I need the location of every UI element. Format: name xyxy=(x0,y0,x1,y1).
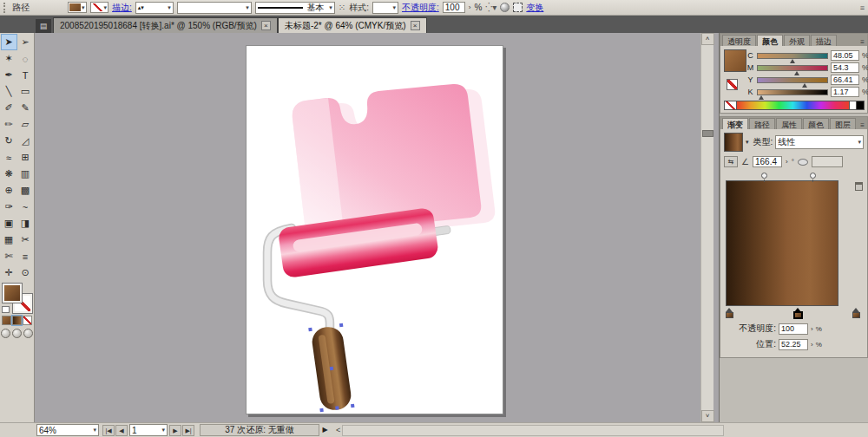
page-number-select[interactable]: 1▾ xyxy=(129,424,168,436)
fill-proxy-swatch[interactable] xyxy=(3,284,22,303)
tab-color-2[interactable]: 颜色 xyxy=(803,118,829,129)
close-icon[interactable]: × xyxy=(261,21,271,30)
chevron-down-icon[interactable]: ▾ xyxy=(746,139,749,146)
yellow-value-field[interactable]: 66.41 xyxy=(831,75,859,85)
status-play-icon[interactable]: ▶ xyxy=(319,425,331,436)
hscroll-left-icon[interactable]: < xyxy=(336,426,340,434)
last-page-button[interactable]: ▶| xyxy=(182,425,194,436)
lasso-tool-icon[interactable]: ◌ xyxy=(17,50,34,67)
yellow-slider[interactable] xyxy=(757,77,828,83)
rotate-tool-icon[interactable]: ↻ xyxy=(1,133,17,149)
screen-mode-normal-button[interactable] xyxy=(1,329,10,338)
tab-attributes[interactable]: 属性 xyxy=(776,118,802,129)
document-tab-2[interactable]: 未标题-2* @ 64% (CMYK/预览) × xyxy=(278,17,427,33)
scrollbar-thumb[interactable] xyxy=(702,130,713,137)
line-tool-icon[interactable]: ╲ xyxy=(1,83,17,100)
shape-mode-icon[interactable] xyxy=(500,3,510,12)
pencil-tool-icon[interactable]: ✎ xyxy=(17,100,34,116)
mesh-tool-icon[interactable]: ⊕ xyxy=(1,182,17,199)
tab-layers[interactable]: 图层 xyxy=(830,118,856,129)
gradient-preview-slider[interactable] xyxy=(726,180,838,306)
magic-wand-tool-icon[interactable]: ✶ xyxy=(1,50,17,67)
scale-tool-icon[interactable]: ◿ xyxy=(17,133,34,149)
color-stop-left[interactable] xyxy=(726,308,733,318)
none-color-swatch[interactable] xyxy=(724,101,737,110)
gradient-angle-field[interactable]: 166.4 xyxy=(753,156,782,167)
document-setup-icon[interactable] xyxy=(513,3,523,12)
none-mode-button[interactable] xyxy=(23,316,32,325)
live-paint-selection-tool-icon[interactable]: ◨ xyxy=(17,215,34,232)
vertical-scrollbar[interactable]: ˄ ˅ xyxy=(700,33,713,422)
tab-appearance[interactable]: 外观 xyxy=(784,35,810,46)
scissors-tool-icon[interactable]: ✄ xyxy=(1,248,17,264)
prev-page-button[interactable]: ◀ xyxy=(115,425,128,436)
scroll-up-icon[interactable]: ˄ xyxy=(701,33,714,45)
black-slider[interactable] xyxy=(757,89,828,95)
stop-location-field[interactable]: 52.25 xyxy=(779,339,808,350)
zoom-tool-icon[interactable]: ⊙ xyxy=(17,264,34,281)
variable-width-select[interactable]: ▾ xyxy=(177,2,252,14)
stroke-weight-select[interactable]: ▴▾▾ xyxy=(135,2,174,14)
style-select[interactable]: ▾ xyxy=(372,2,398,14)
panel-menu-icon[interactable]: ≡ xyxy=(858,121,867,129)
align-tool-icon[interactable]: ≡ xyxy=(17,248,34,264)
screen-mode-full-button[interactable] xyxy=(23,329,33,338)
magenta-value-field[interactable]: 54.3 xyxy=(831,62,859,73)
blend-tool-icon[interactable]: ~ xyxy=(17,199,34,215)
live-paint-bucket-tool-icon[interactable]: ▣ xyxy=(1,215,17,232)
document-tab-1[interactable]: 2008520195018684 [转换].ai* @ 150% (RGB/预览… xyxy=(53,17,278,33)
rectangle-tool-icon[interactable]: ▭ xyxy=(17,83,34,100)
black-value-field[interactable]: 1.17 xyxy=(831,87,859,97)
tab-paths[interactable]: 路径 xyxy=(749,118,775,129)
zoom-level-select[interactable]: 64%▾ xyxy=(36,424,99,436)
close-icon[interactable]: × xyxy=(411,21,420,30)
active-stroke-none-swatch[interactable] xyxy=(727,79,738,90)
reverse-gradient-icon[interactable]: ⇆ xyxy=(724,156,738,167)
color-spectrum-bar[interactable] xyxy=(737,101,850,110)
panel-menu-icon[interactable]: ≡ xyxy=(860,3,865,12)
type-tool-icon[interactable]: T xyxy=(17,67,34,83)
scroll-down-icon[interactable]: ˅ xyxy=(701,410,714,422)
fill-color-dropdown[interactable]: ▾ xyxy=(68,2,87,13)
transform-link[interactable]: 变换 xyxy=(526,2,543,14)
gradient-mode-button[interactable] xyxy=(12,316,22,325)
horizontal-scrollbar[interactable] xyxy=(342,425,724,436)
graphic-style-icon[interactable]: ⁛▾ xyxy=(485,3,496,12)
paintbrush-tool-icon[interactable]: ✐ xyxy=(1,100,17,116)
color-mode-button[interactable] xyxy=(2,316,11,325)
color-stop-middle-selected[interactable] xyxy=(794,308,802,318)
default-fill-stroke-icon[interactable] xyxy=(2,306,10,313)
symbol-sprayer-tool-icon[interactable]: ❋ xyxy=(1,166,17,182)
opacity-stop-1[interactable] xyxy=(761,173,767,179)
stop-opacity-stepper[interactable]: › xyxy=(811,325,813,333)
gradient-tool-icon[interactable]: ▩ xyxy=(17,182,34,199)
cyan-value-field[interactable]: 48.05 xyxy=(831,50,859,61)
direct-selection-tool-icon[interactable]: ➢ xyxy=(17,34,34,50)
white-swatch[interactable] xyxy=(850,101,857,110)
stroke-panel-link[interactable]: 描边: xyxy=(112,2,132,14)
pen-tool-icon[interactable]: ✒ xyxy=(1,67,17,83)
stop-location-stepper[interactable]: › xyxy=(811,341,813,349)
slider-pointer[interactable] xyxy=(794,71,799,75)
stop-opacity-field[interactable]: 100 xyxy=(779,323,808,335)
opacity-field[interactable]: 100 xyxy=(443,2,465,13)
color-stop-right[interactable] xyxy=(852,308,860,318)
eyedropper-tool-icon[interactable]: ✑ xyxy=(1,199,17,215)
recolor-artwork-icon[interactable]: ⁙ xyxy=(339,3,345,12)
magenta-slider[interactable] xyxy=(757,65,828,71)
smooth-tool-icon[interactable]: ✏ xyxy=(1,116,17,133)
slice-tool-icon[interactable]: ✂ xyxy=(17,232,34,248)
screen-mode-full-menu-button[interactable] xyxy=(12,329,22,338)
selection-tool-icon[interactable]: ➤ xyxy=(1,34,17,50)
slider-pointer[interactable] xyxy=(802,83,807,88)
graph-tool-icon[interactable]: ▥ xyxy=(17,166,34,182)
free-transform-tool-icon[interactable]: ⊞ xyxy=(17,149,34,166)
next-page-button[interactable]: ▶ xyxy=(169,425,181,436)
opacity-stepper[interactable]: › xyxy=(469,3,471,11)
angle-stepper[interactable]: › xyxy=(786,158,788,166)
slider-pointer[interactable] xyxy=(759,95,764,100)
brush-definition-select[interactable]: 基本▾ xyxy=(255,2,335,14)
eraser-tool-icon[interactable]: ▱ xyxy=(17,116,34,133)
artboard[interactable] xyxy=(246,45,503,414)
slider-pointer[interactable] xyxy=(790,59,795,63)
